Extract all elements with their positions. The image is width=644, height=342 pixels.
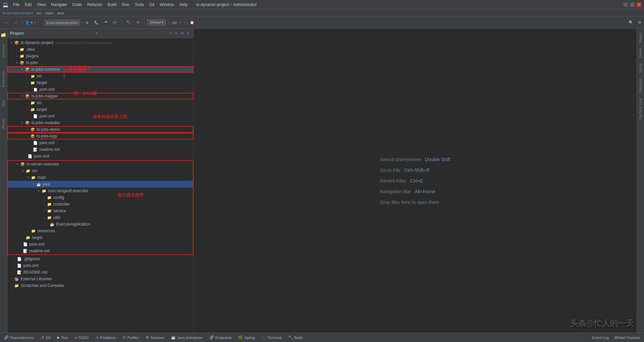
status-java-enterprise[interactable]: ☕ Java Enterprise xyxy=(170,335,204,340)
left-web-label[interactable]: Web xyxy=(1,97,6,109)
tree-item-ts-jobs-modules[interactable]: ▾ 📦 ts-jobs-modules xyxy=(7,119,193,126)
tree-item-service[interactable]: › 📁 service xyxy=(8,208,193,214)
tree-item-readme1[interactable]: 📝 readme.md xyxy=(7,146,193,153)
left-structure-label[interactable]: Structure xyxy=(1,41,6,60)
tree-item-ts-server-executor[interactable]: ▾ 📦 ts-server-executor xyxy=(8,161,193,167)
tree-arrow-resources1[interactable]: › xyxy=(25,229,31,233)
tree-item-pom3[interactable]: 📄 pom.xml xyxy=(7,139,193,146)
tree-item-pom2[interactable]: 📄 pom.xml xyxy=(7,113,193,119)
status-event-log[interactable]: Event Log xyxy=(591,335,610,340)
menu-tools[interactable]: Tools xyxy=(133,2,146,8)
right-gradle-label[interactable]: Gradle xyxy=(638,45,643,61)
tree-item-pom1[interactable]: 📄 pom.xml xyxy=(7,86,193,93)
menu-build[interactable]: Build xyxy=(106,2,119,8)
menu-refactor[interactable]: Refactor xyxy=(85,2,104,8)
right-maven-label[interactable]: Maven xyxy=(638,30,643,45)
jrebel-selector[interactable]: JRebel ▾ xyxy=(147,19,166,26)
tree-arrow-src3[interactable]: ▾ xyxy=(20,169,25,173)
profile-button[interactable]: ⏱ xyxy=(111,20,119,25)
tree-arrow-src1[interactable]: › xyxy=(25,74,30,78)
tree-item-main1[interactable]: ▾ 📁 main xyxy=(8,174,193,181)
tree-item-ext-libs[interactable]: › 📚 External Libraries xyxy=(7,276,193,282)
panel-dropdown-icon[interactable]: ▾ xyxy=(96,31,98,35)
run-button[interactable]: ▶ xyxy=(84,20,91,25)
breadcrumb-project[interactable]: ts-dynamic-project xyxy=(3,11,33,15)
settings-icon[interactable]: ⚙ xyxy=(638,20,641,25)
menu-bar[interactable]: File Edit View Navigate Code Refactor Bu… xyxy=(11,2,190,8)
status-dependencies[interactable]: 🔗 Dependencies xyxy=(3,335,35,340)
debug-button[interactable]: 🐛 xyxy=(92,20,101,25)
forward-button[interactable]: → xyxy=(12,20,19,25)
coverage-button[interactable]: ☂ xyxy=(102,20,110,25)
panel-collapse-button[interactable]: ≡ xyxy=(169,31,172,36)
menu-help[interactable]: Help xyxy=(177,2,190,8)
status-git[interactable]: ⎇ Git xyxy=(39,335,52,340)
tree-item-idea[interactable]: › 📁 .idea xyxy=(7,46,193,53)
tree-item-src1[interactable]: › 📁 src xyxy=(7,73,193,79)
left-jrebel-label[interactable]: JRebel xyxy=(1,116,6,132)
tree-arrow-ts-jobs-demo[interactable]: › xyxy=(25,128,30,131)
search-everywhere-button[interactable]: 🔍 xyxy=(627,20,635,25)
tree-item-gitignore[interactable]: 📄 .gitignore xyxy=(7,256,193,262)
maximize-button[interactable]: □ xyxy=(630,2,635,7)
tree-item-src2[interactable]: › 📁 src xyxy=(7,99,193,106)
status-services[interactable]: ⚙ Services xyxy=(144,335,166,340)
left-project-icon[interactable]: 📁 xyxy=(0,30,7,41)
tree-item-target2[interactable]: › 📁 target xyxy=(7,106,193,113)
tree-arrow-ts-jobs-logs[interactable]: › xyxy=(25,134,30,138)
tree-arrow-ts-jobs-mapper[interactable]: ▾ xyxy=(19,94,25,98)
tree-arrow-com-pkg[interactable]: ▾ xyxy=(36,189,41,193)
tree-item-utils[interactable]: › 📁 utils xyxy=(8,214,193,221)
tree-arrow-ts-jobs-modules[interactable]: ▾ xyxy=(19,121,25,124)
minimize-button[interactable]: ─ xyxy=(623,2,628,7)
panel-sort-button[interactable]: ⇅ xyxy=(174,31,178,36)
tree-item-java1[interactable]: ▾ ☕ java xyxy=(8,181,193,188)
menu-navigate[interactable]: Navigate xyxy=(49,2,69,8)
status-profiler[interactable]: ⏱ Profiler xyxy=(121,335,140,340)
tree-item-com-pkg[interactable]: ▾ 📁 com.tsingsoft.executor xyxy=(8,188,193,194)
tree-item-ts-jobs-logs[interactable]: › 📦 ts-jobs-logs xyxy=(7,133,193,139)
tree-arrow-config[interactable]: › xyxy=(41,196,47,199)
tree-item-controller[interactable]: › 📁 controller xyxy=(8,201,193,208)
breadcrumb-java[interactable]: java xyxy=(57,11,64,15)
tree-item-pom5[interactable]: 📄 pom.xml xyxy=(8,241,193,248)
tree-arrow-ext-libs[interactable]: › xyxy=(9,277,14,281)
git-pull-icon[interactable]: ↓ xyxy=(186,21,188,25)
menu-file[interactable]: File xyxy=(11,2,21,8)
breadcrumb-main[interactable]: main xyxy=(45,11,53,15)
menu-code[interactable]: Code xyxy=(70,2,84,8)
tree-arrow-target1[interactable]: › xyxy=(25,81,30,84)
tree-arrow-idea[interactable]: › xyxy=(14,48,19,51)
status-endpoints[interactable]: 🔗 Endpoints xyxy=(208,335,233,340)
run-config-group[interactable]: ExecuteApplication ▾ xyxy=(44,20,83,26)
tree-arrow-utils[interactable]: › xyxy=(41,216,47,219)
tree-arrow-executor[interactable]: ▾ xyxy=(15,162,20,166)
tree-item-ts-jobs-common[interactable]: ▾ 📦 ts-jobs-common xyxy=(7,66,193,73)
window-controls[interactable]: ─ □ ✕ xyxy=(623,2,641,7)
tree-arrow-target3[interactable]: › xyxy=(20,236,25,239)
tree-item-root[interactable]: ▾ 📦 ts-dynamic-project E:\workspace\2022… xyxy=(7,39,193,46)
git-history-icon[interactable]: ⏰ xyxy=(190,20,194,25)
tree-item-ts-jobs[interactable]: ▾ 📦 ts-jobs xyxy=(7,59,193,66)
tree-item-plugins[interactable]: › 📁 plugins xyxy=(7,53,193,59)
status-terminal[interactable]: ⬛ Terminal xyxy=(260,335,283,340)
tree-item-execute-app[interactable]: ☕ ExecuteApplication xyxy=(8,221,193,228)
panel-settings-button[interactable]: ⚙ xyxy=(180,31,185,36)
tree-item-pom6[interactable]: 📄 pom.xml xyxy=(7,262,193,269)
tree-arrow-ts-jobs[interactable]: ▾ xyxy=(14,61,19,64)
tree-arrow-ts-jobs-common[interactable]: ▾ xyxy=(19,68,25,71)
tree-item-resources1[interactable]: › 📁 resources xyxy=(8,228,193,234)
tree-item-pom4[interactable]: 📄 pom.xml xyxy=(7,153,193,159)
tree-item-ts-jobs-demo[interactable]: › 📦 ts-jobs-demo xyxy=(7,126,193,133)
tree-item-scratches[interactable]: › 📁 Scratches and Consoles xyxy=(7,282,193,289)
tree-arrow-service[interactable]: › xyxy=(41,209,47,213)
status-spring[interactable]: 🌿 Spring xyxy=(237,335,256,340)
status-problems[interactable]: ⚠ Problems xyxy=(94,335,117,340)
menu-run[interactable]: Run xyxy=(120,2,131,8)
reload-button[interactable]: ↺ xyxy=(134,20,141,25)
tree-arrow-controller[interactable]: › xyxy=(41,203,47,206)
tree-item-ts-jobs-mapper[interactable]: ▾ 📦 ts-jobs-mapper xyxy=(7,93,193,99)
status-run[interactable]: ▶ Run xyxy=(56,335,69,340)
tree-arrow-main1[interactable]: ▾ xyxy=(25,176,31,179)
right-bigdata-label[interactable]: Big Data Tools xyxy=(638,95,643,122)
